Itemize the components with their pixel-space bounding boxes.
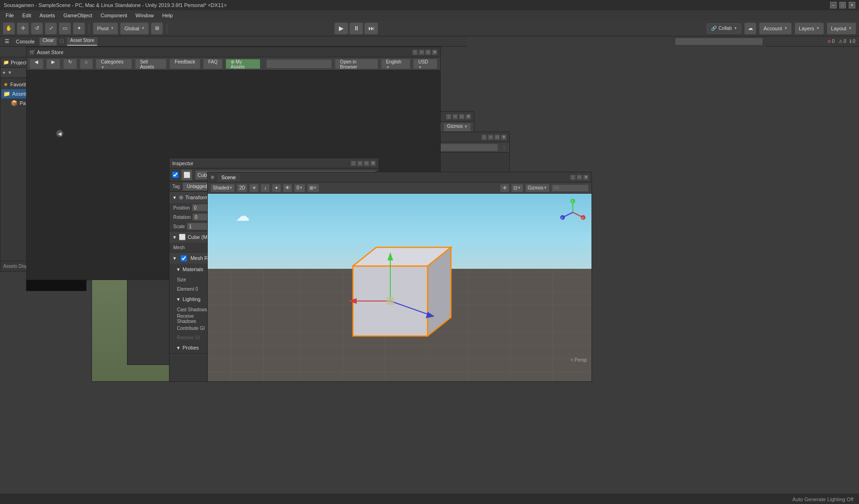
language-button[interactable]: English ▼	[381, 59, 410, 69]
scale-label-inspector: Scale	[173, 224, 185, 229]
scene-gizmo-compass[interactable]: Y X Z	[559, 198, 587, 226]
cloud-button[interactable]: ☁	[744, 22, 756, 35]
lighting-expand: ▼	[176, 297, 181, 302]
menu-edit[interactable]: Edit	[19, 12, 35, 19]
scene-toolbar: Shaded ▼ 2D ☀ ♪ ✦ 👁 0 ▼ ⊞ ▼ ✛ ⊡ ▼	[208, 182, 591, 194]
scene-grid-btn[interactable]: 0 ▼	[294, 184, 305, 192]
account-dropdown[interactable]: Account ▼	[759, 22, 792, 35]
asset-store-search[interactable]	[266, 59, 332, 69]
faq-button[interactable]: FAQ	[203, 59, 223, 69]
nav-back-button[interactable]: ◀	[29, 59, 43, 69]
clear-button[interactable]: Clear	[39, 37, 57, 46]
home-button[interactable]: ⌂	[80, 59, 93, 69]
object-active-checkbox[interactable]	[172, 172, 178, 178]
categories-button[interactable]: Categories ▼	[96, 59, 132, 69]
asset-store-more-btn[interactable]: ⋮	[412, 49, 418, 55]
hierarchy-close-btn[interactable]: ✕	[501, 134, 507, 140]
console-label[interactable]: Console	[14, 39, 36, 44]
move-tool-button[interactable]: ✛	[17, 22, 29, 35]
hierarchy-more-options[interactable]: ⋮	[502, 145, 507, 150]
shaded-dropdown[interactable]: Shaded ▼	[211, 184, 235, 192]
mesh-renderer-checkbox[interactable]	[181, 255, 187, 261]
hand-tool-button[interactable]: ✋	[3, 22, 15, 35]
close-button[interactable]: ✕	[849, 2, 855, 8]
scene-audio-btn[interactable]: ♪	[261, 184, 270, 192]
inspector-win-controls: ⋮ ─ □ ✕	[351, 161, 376, 166]
step-button[interactable]: ⏭	[364, 22, 378, 35]
game-gizmos-button[interactable]: Gizmos ▼	[444, 123, 471, 132]
refresh-button[interactable]: ↻	[63, 59, 77, 69]
scene-gizmos-label: Gizmos	[528, 185, 543, 190]
project-add-button[interactable]: +	[2, 70, 6, 76]
sidebar-toggle-button[interactable]: ◀	[56, 130, 63, 137]
layout-dropdown[interactable]: Layout ▼	[827, 22, 856, 35]
asset-store-tab[interactable]: Asset Store	[67, 37, 98, 46]
scene-close-btn[interactable]: ✕	[583, 175, 589, 180]
scene-minimize-btn[interactable]: ─	[577, 175, 582, 180]
global-dropdown[interactable]: Global ▼	[120, 22, 149, 35]
play-button[interactable]: ▶	[334, 22, 348, 35]
scene-more-btn[interactable]: ⋮	[570, 175, 576, 180]
pause-button[interactable]: ⏸	[349, 22, 363, 35]
language-arrow: ▼	[386, 65, 390, 70]
inspector-more-btn[interactable]: ⋮	[351, 161, 356, 166]
layers-dropdown[interactable]: Layers ▼	[795, 22, 824, 35]
sell-assets-button[interactable]: Sell Assets	[135, 59, 167, 69]
scene-light-btn[interactable]: ☀	[249, 184, 259, 192]
menu-help[interactable]: Help	[158, 12, 176, 19]
scene-manipulator-btn[interactable]: ✛	[500, 184, 509, 192]
menu-component[interactable]: Component	[97, 12, 131, 19]
scene-gizmos-btn[interactable]: Gizmos ▼	[525, 184, 549, 192]
menu-window[interactable]: Window	[132, 12, 157, 19]
scene-search-input[interactable]	[551, 184, 589, 192]
minimize-button[interactable]: ─	[830, 2, 837, 8]
feedback-button[interactable]: Feedback	[169, 59, 200, 69]
top-search-input[interactable]	[675, 38, 763, 45]
nav-forward-button[interactable]: ▶	[46, 59, 60, 69]
scene-camera-btn[interactable]: ⊡ ▼	[511, 184, 523, 192]
maximize-button[interactable]: □	[839, 2, 846, 8]
game-more-btn[interactable]: ⋮	[446, 114, 451, 119]
2d-label: 2D	[239, 185, 245, 190]
my-assets-button[interactable]: ⊕ My Assets	[225, 59, 261, 69]
hierarchy-more-btn[interactable]: ⋮	[481, 134, 487, 140]
transform-tool-button[interactable]: ✦	[73, 22, 85, 35]
2d-button[interactable]: 2D	[237, 184, 247, 192]
scene-snap-btn[interactable]: ⊞ ▼	[307, 184, 319, 192]
hierarchy-minimize-btn[interactable]: ─	[488, 134, 493, 140]
inspector-minimize-btn[interactable]: ─	[357, 161, 363, 166]
hierarchy-maximize-btn[interactable]: □	[494, 134, 500, 140]
console-tab[interactable]: ☰	[3, 38, 11, 44]
menu-file[interactable]: File	[2, 12, 18, 19]
favorites-icon: ★	[3, 81, 8, 88]
open-in-browser-button[interactable]: Open in Browser	[335, 59, 378, 69]
menu-gameobject[interactable]: GameObject	[60, 12, 96, 19]
inspector-titlebar: Inspector ⋮ ─ □ ✕	[169, 158, 379, 168]
scale-tool-button[interactable]: ⤢	[45, 22, 57, 35]
object-icon-btn[interactable]: ⬜	[181, 169, 192, 181]
scene-hidden-btn[interactable]: 👁	[283, 184, 292, 192]
inspector-close-btn[interactable]: ✕	[370, 161, 376, 166]
pivot-dropdown[interactable]: Pivot ▼	[93, 22, 118, 35]
currency-button[interactable]: USD ▼	[413, 59, 437, 69]
extra-tool-button[interactable]: ⊞	[151, 22, 163, 35]
asset-store-minimize-btn[interactable]: ─	[419, 49, 424, 55]
asset-store-maximize-btn[interactable]: □	[425, 49, 431, 55]
scene-tab[interactable]: Scene	[216, 173, 241, 182]
scene-fx-btn[interactable]: ✦	[272, 184, 281, 192]
global-label: Global	[124, 26, 139, 31]
project-add-arrow[interactable]: ▼	[7, 70, 12, 75]
game-maximize-btn[interactable]: □	[459, 114, 465, 119]
asset-store-close-btn[interactable]: ✕	[432, 49, 437, 55]
inspector-maximize-btn[interactable]: □	[364, 161, 369, 166]
menu-assets[interactable]: Assets	[36, 12, 59, 19]
rect-tool-button[interactable]: ▭	[59, 22, 71, 35]
rotate-tool-button[interactable]: ↺	[31, 22, 43, 35]
game-minimize-btn[interactable]: ─	[452, 114, 458, 119]
collab-button[interactable]: 🔗 Collab ▼	[707, 23, 741, 34]
game-close-btn[interactable]: ✕	[465, 114, 471, 119]
svg-rect-26	[387, 297, 394, 305]
global-arrow: ▼	[141, 26, 145, 30]
scene-3d-view[interactable]: ☁	[208, 194, 591, 381]
currency-arrow: ▼	[418, 65, 422, 70]
